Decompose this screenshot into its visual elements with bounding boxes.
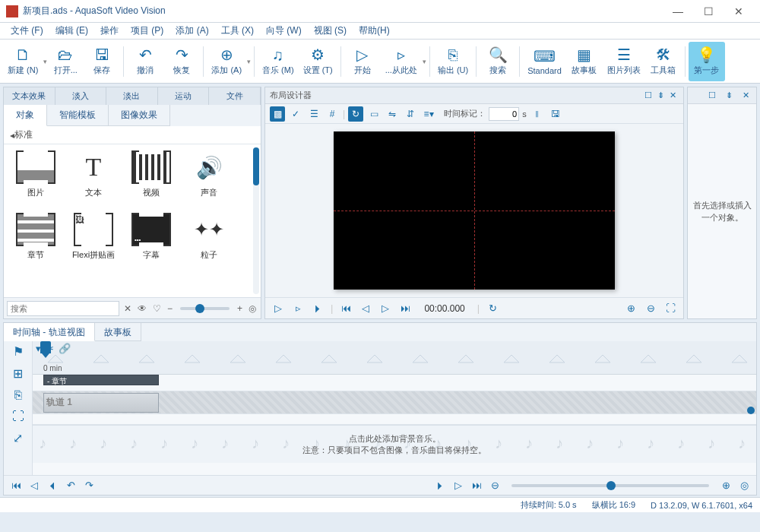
- tab-file[interactable]: 文件: [209, 87, 261, 105]
- next-frame-icon[interactable]: ⏵: [434, 480, 446, 491]
- obj-flexi[interactable]: 🖼Flexi拼贴画: [65, 213, 122, 275]
- dropdown-icon[interactable]: ▾: [423, 58, 426, 65]
- layers-tool[interactable]: ☰: [306, 106, 321, 122]
- output-button[interactable]: ⎘输出 (U): [433, 42, 473, 81]
- link-icon[interactable]: 🔗: [59, 343, 71, 354]
- toolbox-button[interactable]: 🛠工具箱: [645, 42, 682, 81]
- marker-icon[interactable]: ⚑: [13, 344, 24, 359]
- zoom-slider[interactable]: [180, 307, 230, 310]
- play-from-icon[interactable]: ▹: [291, 302, 305, 314]
- rotate-tool[interactable]: ↻: [348, 106, 363, 122]
- firststep-button[interactable]: 💡第一步: [689, 42, 725, 81]
- select-tool[interactable]: ▩: [270, 106, 285, 122]
- save-button[interactable]: 🖫保存: [84, 42, 120, 81]
- obj-text[interactable]: T文本: [65, 150, 122, 213]
- expand-icon[interactable]: ⤢: [13, 431, 23, 445]
- zoom-in-icon[interactable]: ⊕: [624, 302, 638, 314]
- frame-tool[interactable]: ▭: [366, 106, 382, 122]
- maximize-button[interactable]: ☐: [693, 1, 724, 22]
- standard-button[interactable]: ⌨Standard: [523, 42, 566, 81]
- chapter-clip[interactable]: - 章节: [43, 375, 159, 385]
- menu-file[interactable]: 文件 (F): [5, 24, 49, 37]
- menu-action[interactable]: 操作: [94, 24, 125, 37]
- menu-edit[interactable]: 编辑 (E): [49, 24, 94, 37]
- grid-tool[interactable]: #: [325, 106, 340, 122]
- flip-h-tool[interactable]: ⇋: [385, 106, 400, 122]
- menu-help[interactable]: 帮助(H): [353, 24, 396, 37]
- next-icon[interactable]: ▷: [452, 480, 464, 491]
- minus-icon[interactable]: −: [166, 303, 174, 314]
- play-icon[interactable]: ▷: [271, 302, 285, 314]
- minimize-button[interactable]: —: [663, 1, 693, 22]
- obj-video[interactable]: 视频: [122, 150, 180, 213]
- first-icon[interactable]: ⏮: [10, 480, 22, 491]
- first-icon[interactable]: ⏮: [339, 302, 353, 314]
- imagelist-button[interactable]: ☰图片列表: [603, 42, 645, 81]
- clear-icon[interactable]: ✕: [122, 303, 133, 314]
- tab-storyboard[interactable]: 故事板: [95, 323, 141, 341]
- zoom-in-icon[interactable]: ⊕: [720, 480, 732, 491]
- eye-icon[interactable]: 👁: [136, 303, 148, 314]
- pin-icon[interactable]: ⇟: [654, 90, 667, 100]
- tab-objects[interactable]: 对象: [4, 105, 47, 126]
- redo-icon[interactable]: ↷: [83, 480, 95, 491]
- undo-button[interactable]: ↶撤消: [127, 42, 163, 81]
- close-icon[interactable]: ✕: [739, 90, 752, 100]
- tab-trackview[interactable]: 时间轴 - 轨道视图: [4, 323, 95, 341]
- menu-view[interactable]: 视图 (S): [308, 24, 353, 37]
- obj-subtitle[interactable]: •••字幕: [122, 213, 180, 275]
- timeline-vscroll[interactable]: [747, 376, 755, 452]
- object-scrollbar[interactable]: [253, 147, 259, 294]
- obj-sound[interactable]: 🔊声音: [180, 150, 238, 213]
- tab-texteffect[interactable]: 文本效果: [4, 87, 55, 105]
- tab-imageeffects[interactable]: 图像效果: [109, 105, 170, 126]
- redo-button[interactable]: ↷恢复: [163, 42, 200, 81]
- obj-chapter[interactable]: 章节: [7, 213, 65, 275]
- last-icon[interactable]: ⏭: [398, 302, 412, 314]
- search-button[interactable]: 🔍搜索: [480, 42, 516, 81]
- fit-icon[interactable]: ◎: [738, 480, 750, 491]
- undo-icon[interactable]: ↶: [65, 480, 77, 491]
- restore-icon[interactable]: ☐: [706, 90, 718, 100]
- fit-icon[interactable]: ⛶: [663, 302, 677, 314]
- flip-v-tool[interactable]: ⇵: [403, 106, 418, 122]
- favorite-icon[interactable]: ♡: [151, 303, 163, 314]
- save-view-icon[interactable]: 🖫: [548, 106, 563, 122]
- dropdown-icon[interactable]: ▾: [247, 58, 251, 65]
- start-button[interactable]: ▷开始: [344, 42, 381, 81]
- next-icon[interactable]: ▷: [378, 302, 392, 314]
- timemark-input[interactable]: [489, 107, 519, 121]
- playhead[interactable]: [40, 341, 51, 353]
- tab-fadein[interactable]: 淡入: [55, 87, 107, 105]
- close-icon[interactable]: ✕: [667, 90, 679, 100]
- plus-icon[interactable]: +: [236, 303, 244, 314]
- pin-icon[interactable]: ⇟: [723, 90, 735, 100]
- link-icon[interactable]: ⎘: [14, 388, 22, 402]
- restore-icon[interactable]: ☐: [642, 90, 654, 100]
- music-track[interactable]: 点击此处添加背景音乐。 注意：只要项目不包含图像，音乐曲目将保持空。: [33, 425, 756, 463]
- play-range-icon[interactable]: ⏵: [311, 302, 325, 314]
- loop-icon[interactable]: ↻: [486, 302, 499, 314]
- add-track-icon[interactable]: ⊞: [13, 366, 23, 381]
- music-button[interactable]: ♫音乐 (M): [258, 42, 299, 81]
- prev-icon[interactable]: ◁: [28, 480, 40, 491]
- stepper-icon[interactable]: ⦀: [530, 106, 545, 122]
- prev-icon[interactable]: ◁: [359, 302, 372, 314]
- close-button[interactable]: ✕: [724, 1, 754, 22]
- menu-add[interactable]: 添加 (A): [169, 24, 214, 37]
- menu-project[interactable]: 项目 (P): [125, 24, 169, 37]
- timeline-tracks[interactable]: ▾ ✂ 🔗 0 min - 章节 轨道 1 点击此处添加背景音乐。 注意：只要项…: [33, 341, 756, 475]
- timeline-ruler[interactable]: ▾ ✂ 🔗 0 min: [33, 341, 756, 375]
- search-input[interactable]: [7, 301, 119, 316]
- chapter-track[interactable]: - 章节: [33, 375, 756, 391]
- tab-templates[interactable]: 智能模板: [47, 105, 109, 126]
- category-bar[interactable]: ◂ 标准: [4, 126, 261, 144]
- target-icon[interactable]: ◎: [247, 303, 258, 314]
- zoom-out-icon[interactable]: ⊖: [644, 302, 657, 314]
- fit-icon[interactable]: ⛶: [12, 410, 24, 423]
- obj-particle[interactable]: ✦✦粒子: [180, 213, 238, 275]
- zoom-out-icon[interactable]: ⊖: [489, 480, 501, 491]
- track-1[interactable]: 轨道 1: [33, 391, 756, 414]
- check-tool[interactable]: ✓: [288, 106, 303, 122]
- menu-wizard[interactable]: 向导 (W): [260, 24, 308, 37]
